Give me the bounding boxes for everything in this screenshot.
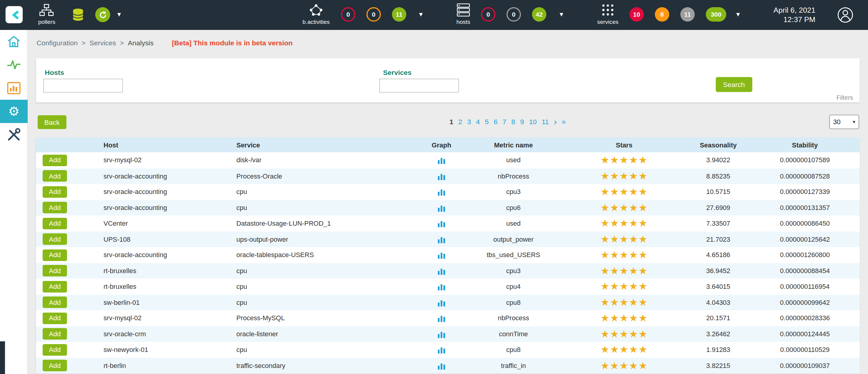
add-button[interactable]: Add xyxy=(42,154,67,166)
star-rating[interactable]: ★★★★★ xyxy=(600,155,648,165)
pagination-next-icon[interactable]: › xyxy=(554,119,557,125)
status-badge-green[interactable]: 300 xyxy=(706,7,726,22)
add-button[interactable]: Add xyxy=(42,344,67,356)
star-rating[interactable]: ★★★★★ xyxy=(600,266,648,276)
add-button[interactable]: Add xyxy=(42,281,67,292)
pagination-last-icon[interactable]: » xyxy=(562,119,566,125)
pagination-page-2[interactable]: 2 xyxy=(459,118,462,126)
graph-icon[interactable] xyxy=(437,219,446,228)
chevron-down-icon[interactable]: ▾ xyxy=(117,10,121,19)
user-profile-icon[interactable] xyxy=(837,7,854,23)
status-badge-green[interactable]: 11 xyxy=(392,7,406,22)
hosts-filter-input[interactable] xyxy=(43,79,123,92)
status-badge-red[interactable]: 0 xyxy=(341,7,355,22)
graph-icon[interactable] xyxy=(437,172,446,180)
status-badge-orange[interactable]: 0 xyxy=(366,7,381,22)
star-rating[interactable]: ★★★★★ xyxy=(600,329,648,339)
star-rating[interactable]: ★★★★★ xyxy=(600,203,648,213)
status-badge-grey[interactable]: 11 xyxy=(680,7,695,22)
pagination-page-3[interactable]: 3 xyxy=(467,118,471,126)
pagination-page-9[interactable]: 9 xyxy=(520,118,524,126)
add-button[interactable]: Add xyxy=(42,297,67,309)
status-badge-grey[interactable]: 0 xyxy=(506,7,521,22)
star-rating[interactable]: ★★★★★ xyxy=(600,361,648,371)
chevron-down-icon[interactable]: ▾ xyxy=(560,10,563,19)
star-rating[interactable]: ★★★★★ xyxy=(600,297,648,307)
graph-icon[interactable] xyxy=(437,251,446,259)
status-badge-green[interactable]: 42 xyxy=(532,7,547,22)
pagination-page-11[interactable]: 11 xyxy=(542,118,549,126)
add-cell: Add xyxy=(36,202,97,213)
star-rating[interactable]: ★★★★★ xyxy=(600,250,648,260)
graph-icon[interactable] xyxy=(437,203,446,212)
stability-cell: 0.000001260800 xyxy=(750,251,860,259)
pagination-page-7[interactable]: 7 xyxy=(502,118,506,126)
star-rating[interactable]: ★★★★★ xyxy=(600,171,648,181)
add-button[interactable]: Add xyxy=(42,265,67,277)
sidebar-item-monitoring[interactable] xyxy=(0,53,28,77)
star-rating[interactable]: ★★★★★ xyxy=(600,219,648,228)
pagination-page-10[interactable]: 10 xyxy=(529,118,537,126)
search-button[interactable]: Search xyxy=(716,77,752,92)
add-button[interactable]: Add xyxy=(42,186,67,198)
graph-icon[interactable] xyxy=(437,298,446,307)
topbar-services[interactable]: services xyxy=(593,3,622,25)
chevron-down-icon[interactable]: ▾ xyxy=(736,10,740,19)
service-cell: Process-Oracle xyxy=(230,172,418,180)
hosts-filter-label: Hosts xyxy=(45,68,64,77)
star-rating[interactable]: ★★★★★ xyxy=(600,234,648,244)
add-button[interactable]: Add xyxy=(42,312,67,324)
topbar-business-activities[interactable]: b.activities xyxy=(299,3,333,25)
pagination-page-4[interactable]: 4 xyxy=(476,118,480,126)
pagination-page-5[interactable]: 5 xyxy=(485,118,489,126)
add-button[interactable]: Add xyxy=(42,218,67,229)
sidebar-item-administration[interactable] xyxy=(0,123,28,146)
add-cell: Add xyxy=(36,328,97,340)
centreon-logo[interactable] xyxy=(5,6,23,23)
graph-icon[interactable] xyxy=(437,314,446,323)
breadcrumb-configuration[interactable]: Configuration xyxy=(36,39,78,47)
add-button[interactable]: Add xyxy=(42,360,67,372)
add-button[interactable]: Add xyxy=(42,170,67,182)
metric-cell: nbProcess xyxy=(465,314,562,322)
add-button[interactable]: Add xyxy=(42,233,67,245)
graph-icon[interactable] xyxy=(437,361,446,370)
star-rating[interactable]: ★★★★★ xyxy=(600,282,648,291)
topbar-pollers[interactable]: pollers xyxy=(38,4,56,25)
sidebar-item-home[interactable] xyxy=(0,30,28,53)
back-button[interactable]: Back xyxy=(38,115,66,129)
sidebar-item-reporting[interactable] xyxy=(0,77,28,100)
database-icon[interactable] xyxy=(72,8,84,22)
star-rating[interactable]: ★★★★★ xyxy=(600,313,648,323)
graph-icon[interactable] xyxy=(437,282,446,291)
stars-cell: ★★★★★ xyxy=(562,297,687,307)
graph-icon[interactable] xyxy=(437,329,446,338)
page-size-select[interactable]: 30 ▾ xyxy=(829,115,859,129)
graph-icon[interactable] xyxy=(437,345,446,354)
chevron-down-icon[interactable]: ▾ xyxy=(419,10,423,19)
graph-icon[interactable] xyxy=(437,266,446,275)
table-row: Addsrv-mysql-02Process-MySQLnbProcess★★★… xyxy=(36,310,860,326)
graph-icon[interactable] xyxy=(437,156,446,165)
pagination-page-1[interactable]: 1 xyxy=(450,118,453,126)
metric-cell: cpu8 xyxy=(465,298,562,306)
graph-icon[interactable] xyxy=(437,187,446,196)
add-button[interactable]: Add xyxy=(42,328,67,340)
topbar-hosts[interactable]: hosts xyxy=(451,3,476,25)
add-button[interactable]: Add xyxy=(42,249,67,261)
graph-icon[interactable] xyxy=(437,235,446,243)
poller-refresh-icon[interactable] xyxy=(95,7,110,22)
breadcrumb-services[interactable]: Services xyxy=(90,39,116,47)
add-button[interactable]: Add xyxy=(42,202,67,213)
service-cell: oracle-listener xyxy=(230,330,418,338)
sidebar-item-configuration[interactable]: ⚙ xyxy=(0,100,28,123)
status-badge-red[interactable]: 0 xyxy=(481,7,496,22)
star-rating[interactable]: ★★★★★ xyxy=(600,187,648,197)
add-cell: Add xyxy=(36,281,97,292)
status-badge-red[interactable]: 10 xyxy=(629,7,644,22)
pagination-page-6[interactable]: 6 xyxy=(494,118,498,126)
status-badge-orange[interactable]: 8 xyxy=(655,7,670,22)
star-rating[interactable]: ★★★★★ xyxy=(600,345,648,355)
services-filter-input[interactable] xyxy=(379,79,459,92)
pagination-page-8[interactable]: 8 xyxy=(511,118,515,126)
